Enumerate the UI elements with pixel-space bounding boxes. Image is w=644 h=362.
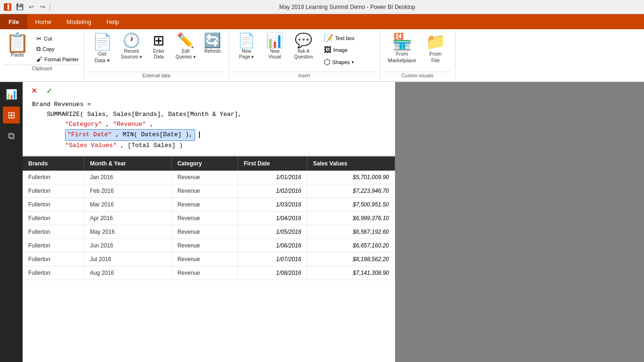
menu-help[interactable]: Help [99, 14, 127, 29]
cell-month-year: Aug 2016 [84, 266, 172, 280]
paste-icon: 📋 [6, 33, 29, 52]
copy-icon: ⧉ [36, 45, 41, 53]
table-body: Fullerton Jan 2016 Revenue 1/01/2016 $5,… [23, 171, 395, 280]
menu-bar: File Home Modeling Help [0, 14, 644, 29]
cell-category: Revenue [172, 225, 238, 239]
cell-category: Revenue [172, 171, 238, 184]
custom-visuals-label: Custom visuals [384, 72, 451, 79]
cell-brands: Fullerton [23, 184, 84, 197]
cell-brands: Fullerton [23, 252, 84, 266]
redo-button[interactable]: ↪ [38, 2, 47, 12]
text-box-icon: 📝 [324, 33, 333, 42]
insert-label: Insert [233, 72, 376, 79]
new-page-icon: 📄 [238, 33, 255, 48]
clipboard-side: ✂ Cut ⧉ Copy 🖌 Format Painter [34, 32, 81, 64]
formula-selected-text: "First Date" , MIN( Dates[Date] ), [65, 129, 195, 141]
copy-button[interactable]: ⧉ Copy [34, 44, 81, 54]
cut-icon: ✂ [36, 35, 42, 42]
from-file-button[interactable]: 📁 FromFile [421, 31, 450, 66]
new-visual-button[interactable]: 📊 NewVisual [261, 31, 289, 62]
sidebar-relationships-view[interactable]: ⧉ [3, 127, 20, 144]
left-sidebar: 📊 ⊞ ⧉ [0, 82, 23, 362]
shapes-button[interactable]: ⬡ Shapes ▾ [321, 56, 358, 68]
cell-first-date: 1/04/2016 [238, 211, 307, 225]
cell-sales-values: $7,141,308.90 [307, 266, 395, 280]
cell-month-year: Jun 2016 [84, 239, 172, 252]
formula-bar: ✕ ✓ Brand Revenues = SUMMARIZE( Sales, S… [23, 82, 395, 156]
cut-label: Cut [44, 36, 52, 41]
cell-sales-values: $6,567,192.60 [307, 225, 395, 239]
from-marketplace-label: FromMarketplace [388, 50, 416, 64]
custom-visuals-content: 🏪 FromMarketplace 📁 FromFile [384, 31, 451, 71]
table-row: Fullerton May 2016 Revenue 1/05/2016 $6,… [23, 225, 395, 239]
formula-code[interactable]: Brand Revenues = SUMMARIZE( Sales, Sales… [28, 98, 389, 153]
ribbon: 📋 Paste ✂ Cut ⧉ Copy 🖌 Format Painter C [0, 29, 644, 82]
paste-label: Paste [11, 52, 24, 58]
cell-first-date: 1/08/2016 [238, 266, 307, 280]
enter-data-label: EnterData [153, 49, 165, 60]
cell-category: Revenue [172, 211, 238, 225]
table-header-row: Brands Month & Year Category First Date … [23, 156, 395, 171]
cell-month-year: Jan 2016 [84, 171, 172, 184]
data-table[interactable]: Brands Month & Year Category First Date … [23, 156, 395, 362]
refresh-label: Refresh [204, 49, 221, 54]
cell-category: Revenue [172, 252, 238, 266]
title-bar: ▐ 💾 ↩ ↪ | May 2018 Learning Summit Demo … [0, 0, 644, 14]
cell-sales-values: $7,223,946.70 [307, 184, 395, 197]
insert-content: 📄 NewPage ▾ 📊 NewVisual 💬 Ask AQuestion … [233, 31, 376, 71]
refresh-button[interactable]: 🔄 Refresh [200, 31, 225, 57]
cell-brands: Fullerton [23, 225, 84, 239]
cell-month-year: May 2016 [84, 225, 172, 239]
cell-first-date: 1/02/2016 [238, 184, 307, 197]
cell-category: Revenue [172, 184, 238, 197]
menu-home[interactable]: Home [27, 14, 59, 29]
enter-data-button[interactable]: ⊞ EnterData [147, 31, 171, 62]
ask-a-question-button[interactable]: 💬 Ask AQuestion [289, 31, 318, 62]
custom-visuals-group: 🏪 FromMarketplace 📁 FromFile Custom visu… [380, 31, 455, 79]
cell-brands: Fullerton [23, 266, 84, 280]
table-row: Fullerton Aug 2016 Revenue 1/08/2016 $7,… [23, 266, 395, 280]
formula-line-2: SUMMARIZE( Sales, Sales[Brands], Dates[M… [32, 110, 386, 120]
window-title: May 2018 Learning Summit Demo - Power BI… [54, 4, 640, 10]
formula-cancel-button[interactable]: ✕ [28, 85, 40, 96]
save-button[interactable]: 💾 [15, 2, 25, 12]
format-painter-label: Format Painter [44, 57, 79, 62]
recent-sources-button[interactable]: 🕐 RecentSources ▾ [117, 31, 146, 62]
get-data-button[interactable]: 📄 GetData ▾ [88, 31, 116, 66]
table-row: Fullerton Jan 2016 Revenue 1/01/2016 $5,… [23, 171, 395, 184]
edit-queries-button[interactable]: ✏️ EditQueries ▾ [172, 31, 199, 62]
menu-file[interactable]: File [0, 14, 27, 29]
cell-month-year: Jul 2016 [84, 252, 172, 266]
new-visual-label: NewVisual [268, 49, 281, 60]
cell-category: Revenue [172, 197, 238, 211]
right-panel [395, 82, 644, 362]
insert-group: 📄 NewPage ▾ 📊 NewVisual 💬 Ask AQuestion … [229, 31, 380, 79]
col-brands: Brands [23, 156, 84, 171]
undo-button[interactable]: ↩ [26, 2, 36, 12]
paste-button[interactable]: 📋 Paste [3, 32, 32, 58]
cut-button[interactable]: ✂ Cut [34, 34, 81, 43]
image-icon: 🖼 [324, 46, 331, 54]
format-painter-button[interactable]: 🖌 Format Painter [34, 55, 81, 64]
formula-cursor [199, 132, 200, 138]
sidebar-report-view[interactable]: 📊 [3, 86, 20, 103]
sidebar-data-view[interactable]: ⊞ [3, 107, 20, 123]
external-data-label: External data [88, 72, 225, 79]
cell-brands: Fullerton [23, 197, 84, 211]
from-marketplace-button[interactable]: 🏪 FromMarketplace [384, 31, 421, 66]
cell-first-date: 1/06/2016 [238, 239, 307, 252]
cell-sales-values: $6,657,160.20 [307, 239, 395, 252]
image-button[interactable]: 🖼 Image [321, 44, 358, 56]
col-category: Category [172, 156, 238, 171]
cell-sales-values: $5,701,009.90 [307, 171, 395, 184]
clipboard-top: 📋 Paste ✂ Cut ⧉ Copy 🖌 Format Painter [3, 32, 81, 64]
external-data-content: 📄 GetData ▾ 🕐 RecentSources ▾ ⊞ EnterDat… [88, 31, 225, 71]
new-page-button[interactable]: 📄 NewPage ▾ [233, 31, 260, 62]
menu-modeling[interactable]: Modeling [59, 14, 99, 29]
text-box-button[interactable]: 📝 Text box [321, 32, 358, 44]
from-marketplace-icon: 🏪 [392, 33, 412, 49]
ask-a-question-icon: 💬 [295, 33, 312, 48]
insert-small-buttons: 📝 Text box 🖼 Image ⬡ Shapes ▾ [319, 31, 360, 69]
formula-confirm-button[interactable]: ✓ [43, 85, 55, 96]
cell-month-year: Apr 2016 [84, 211, 172, 225]
